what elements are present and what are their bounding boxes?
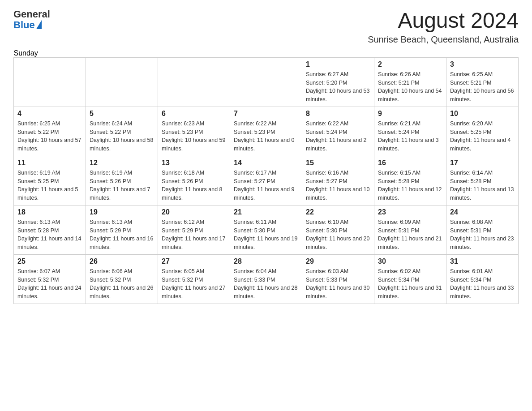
day-number: 23 — [378, 208, 442, 216]
calendar-cell: 27Sunrise: 6:05 AMSunset: 5:32 PMDayligh… — [158, 254, 230, 304]
day-info: Sunrise: 6:10 AMSunset: 5:30 PMDaylight:… — [306, 218, 370, 252]
calendar-cell: 7Sunrise: 6:22 AMSunset: 5:23 PMDaylight… — [230, 107, 302, 156]
day-info: Sunrise: 6:25 AMSunset: 5:22 PMDaylight:… — [17, 120, 82, 153]
day-number: 27 — [162, 257, 226, 265]
calendar-cell: 8Sunrise: 6:22 AMSunset: 5:24 PMDaylight… — [302, 107, 374, 156]
day-number: 29 — [306, 257, 370, 265]
calendar-body: 1Sunrise: 6:27 AMSunset: 5:20 PMDaylight… — [14, 57, 519, 304]
calendar-cell: 1Sunrise: 6:27 AMSunset: 5:20 PMDaylight… — [302, 57, 374, 107]
day-info: Sunrise: 6:15 AMSunset: 5:28 PMDaylight:… — [378, 169, 442, 202]
page-header: General Blue August 2024 Sunrise Beach, … — [13, 9, 519, 45]
day-info: Sunrise: 6:07 AMSunset: 5:32 PMDaylight:… — [17, 267, 82, 301]
calendar-cell: 15Sunrise: 6:16 AMSunset: 5:27 PMDayligh… — [302, 156, 374, 205]
day-number: 7 — [234, 110, 298, 118]
day-number: 24 — [450, 208, 515, 216]
calendar-week-row: 25Sunrise: 6:07 AMSunset: 5:32 PMDayligh… — [14, 254, 519, 304]
calendar-cell: 10Sunrise: 6:20 AMSunset: 5:25 PMDayligh… — [446, 107, 519, 156]
day-info: Sunrise: 6:16 AMSunset: 5:27 PMDaylight:… — [306, 169, 370, 202]
header-row: Sunday — [14, 49, 519, 58]
day-number: 1 — [306, 60, 370, 68]
month-title: August 2024 — [368, 9, 519, 33]
calendar-cell — [86, 57, 158, 107]
calendar-cell: 23Sunrise: 6:09 AMSunset: 5:31 PMDayligh… — [374, 205, 446, 254]
day-info: Sunrise: 6:11 AMSunset: 5:30 PMDaylight:… — [234, 218, 298, 252]
calendar-cell: 16Sunrise: 6:15 AMSunset: 5:28 PMDayligh… — [374, 156, 446, 205]
calendar-cell: 9Sunrise: 6:21 AMSunset: 5:24 PMDaylight… — [374, 107, 446, 156]
day-info: Sunrise: 6:20 AMSunset: 5:25 PMDaylight:… — [450, 120, 515, 153]
day-number: 22 — [306, 208, 370, 216]
day-info: Sunrise: 6:19 AMSunset: 5:26 PMDaylight:… — [90, 169, 154, 202]
day-info: Sunrise: 6:08 AMSunset: 5:31 PMDaylight:… — [450, 218, 515, 252]
day-info: Sunrise: 6:14 AMSunset: 5:28 PMDaylight:… — [450, 169, 515, 202]
title-area: August 2024 Sunrise Beach, Queensland, A… — [368, 9, 519, 45]
day-number: 4 — [17, 110, 82, 118]
calendar-week-row: 18Sunrise: 6:13 AMSunset: 5:28 PMDayligh… — [14, 205, 519, 254]
day-number: 14 — [234, 159, 298, 167]
calendar-cell: 28Sunrise: 6:04 AMSunset: 5:33 PMDayligh… — [230, 254, 302, 304]
calendar-cell: 25Sunrise: 6:07 AMSunset: 5:32 PMDayligh… — [14, 254, 86, 304]
day-number: 21 — [234, 208, 298, 216]
day-number: 19 — [90, 208, 154, 216]
day-info: Sunrise: 6:27 AMSunset: 5:20 PMDaylight:… — [306, 70, 370, 104]
calendar-week-row: 11Sunrise: 6:19 AMSunset: 5:25 PMDayligh… — [14, 156, 519, 205]
day-info: Sunrise: 6:02 AMSunset: 5:34 PMDaylight:… — [378, 267, 442, 301]
day-info: Sunrise: 6:26 AMSunset: 5:21 PMDaylight:… — [378, 70, 442, 104]
day-info: Sunrise: 6:22 AMSunset: 5:23 PMDaylight:… — [234, 120, 298, 153]
calendar-cell: 26Sunrise: 6:06 AMSunset: 5:32 PMDayligh… — [86, 254, 158, 304]
calendar-cell: 5Sunrise: 6:24 AMSunset: 5:22 PMDaylight… — [86, 107, 158, 156]
day-info: Sunrise: 6:19 AMSunset: 5:25 PMDaylight:… — [17, 169, 82, 202]
day-number: 11 — [17, 159, 82, 167]
calendar-cell — [158, 57, 230, 107]
calendar-cell: 21Sunrise: 6:11 AMSunset: 5:30 PMDayligh… — [230, 205, 302, 254]
day-info: Sunrise: 6:17 AMSunset: 5:27 PMDaylight:… — [234, 169, 298, 202]
location-subtitle: Sunrise Beach, Queensland, Australia — [368, 34, 519, 45]
day-info: Sunrise: 6:21 AMSunset: 5:24 PMDaylight:… — [378, 120, 442, 153]
day-info: Sunrise: 6:06 AMSunset: 5:32 PMDaylight:… — [90, 267, 154, 301]
calendar-header: Sunday — [14, 49, 519, 58]
calendar-cell: 31Sunrise: 6:01 AMSunset: 5:34 PMDayligh… — [446, 254, 519, 304]
day-info: Sunrise: 6:05 AMSunset: 5:32 PMDaylight:… — [162, 267, 226, 301]
logo: General Blue — [13, 9, 50, 30]
calendar-cell: 30Sunrise: 6:02 AMSunset: 5:34 PMDayligh… — [374, 254, 446, 304]
day-number: 28 — [234, 257, 298, 265]
calendar-cell: 14Sunrise: 6:17 AMSunset: 5:27 PMDayligh… — [230, 156, 302, 205]
day-number: 16 — [378, 159, 442, 167]
day-number: 12 — [90, 159, 154, 167]
day-number: 3 — [450, 60, 515, 68]
calendar-cell: 17Sunrise: 6:14 AMSunset: 5:28 PMDayligh… — [446, 156, 519, 205]
day-info: Sunrise: 6:09 AMSunset: 5:31 PMDaylight:… — [378, 218, 442, 252]
day-info: Sunrise: 6:22 AMSunset: 5:24 PMDaylight:… — [306, 120, 370, 153]
logo-blue: Blue — [13, 20, 35, 30]
day-number: 17 — [450, 159, 515, 167]
calendar-cell: 22Sunrise: 6:10 AMSunset: 5:30 PMDayligh… — [302, 205, 374, 254]
day-number: 20 — [162, 208, 226, 216]
calendar-cell — [230, 57, 302, 107]
day-info: Sunrise: 6:23 AMSunset: 5:23 PMDaylight:… — [162, 120, 226, 153]
calendar-week-row: 4Sunrise: 6:25 AMSunset: 5:22 PMDaylight… — [14, 107, 519, 156]
day-info: Sunrise: 6:24 AMSunset: 5:22 PMDaylight:… — [90, 120, 154, 153]
day-info: Sunrise: 6:12 AMSunset: 5:29 PMDaylight:… — [162, 218, 226, 252]
calendar-cell: 6Sunrise: 6:23 AMSunset: 5:23 PMDaylight… — [158, 107, 230, 156]
day-info: Sunrise: 6:01 AMSunset: 5:34 PMDaylight:… — [450, 267, 515, 301]
day-number: 18 — [17, 208, 82, 216]
calendar-table: Sunday 1Sunrise: 6:27 AMSunset: 5:20 PMD… — [13, 49, 519, 304]
calendar-cell — [14, 57, 86, 107]
calendar-cell: 24Sunrise: 6:08 AMSunset: 5:31 PMDayligh… — [446, 205, 519, 254]
day-number: 9 — [378, 110, 442, 118]
day-number: 26 — [90, 257, 154, 265]
day-number: 13 — [162, 159, 226, 167]
calendar-week-row: 1Sunrise: 6:27 AMSunset: 5:20 PMDaylight… — [14, 57, 519, 107]
day-info: Sunrise: 6:18 AMSunset: 5:26 PMDaylight:… — [162, 169, 226, 202]
day-info: Sunrise: 6:13 AMSunset: 5:28 PMDaylight:… — [17, 218, 82, 252]
day-number: 10 — [450, 110, 515, 118]
calendar-cell: 19Sunrise: 6:13 AMSunset: 5:29 PMDayligh… — [86, 205, 158, 254]
day-number: 15 — [306, 159, 370, 167]
calendar-cell: 3Sunrise: 6:25 AMSunset: 5:21 PMDaylight… — [446, 57, 519, 107]
day-number: 31 — [450, 257, 515, 265]
calendar-cell: 13Sunrise: 6:18 AMSunset: 5:26 PMDayligh… — [158, 156, 230, 205]
day-number: 5 — [90, 110, 154, 118]
calendar-cell: 29Sunrise: 6:03 AMSunset: 5:33 PMDayligh… — [302, 254, 374, 304]
day-info: Sunrise: 6:13 AMSunset: 5:29 PMDaylight:… — [90, 218, 154, 252]
calendar-cell: 4Sunrise: 6:25 AMSunset: 5:22 PMDaylight… — [14, 107, 86, 156]
calendar-cell: 2Sunrise: 6:26 AMSunset: 5:21 PMDaylight… — [374, 57, 446, 107]
